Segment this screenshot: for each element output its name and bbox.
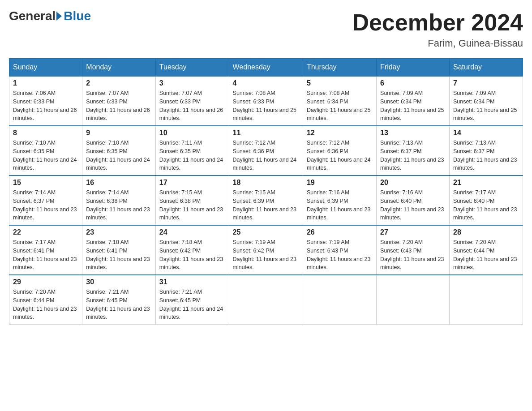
day-number: 17 [159, 179, 225, 187]
day-info: Sunrise: 7:09 AMSunset: 6:34 PMDaylight:… [380, 89, 446, 123]
calendar-cell: 25Sunrise: 7:19 AMSunset: 6:42 PMDayligh… [229, 225, 303, 275]
day-info: Sunrise: 7:08 AMSunset: 6:34 PMDaylight:… [307, 89, 373, 123]
day-info: Sunrise: 7:18 AMSunset: 6:42 PMDaylight:… [159, 238, 225, 272]
header-thursday: Thursday [303, 59, 376, 77]
header-saturday: Saturday [449, 59, 523, 77]
calendar-cell: 3Sunrise: 7:07 AMSunset: 6:33 PMDaylight… [155, 76, 229, 126]
header-wednesday: Wednesday [229, 59, 303, 77]
calendar-cell [303, 275, 376, 325]
header-row: SundayMondayTuesdayWednesdayThursdayFrid… [9, 59, 523, 77]
calendar-cell: 7Sunrise: 7:09 AMSunset: 6:34 PMDaylight… [449, 76, 523, 126]
day-number: 10 [159, 129, 225, 137]
day-info: Sunrise: 7:13 AMSunset: 6:37 PMDaylight:… [380, 139, 446, 172]
calendar-cell: 10Sunrise: 7:11 AMSunset: 6:35 PMDayligh… [155, 126, 229, 176]
day-number: 29 [13, 278, 78, 286]
calendar-cell [229, 275, 303, 325]
day-info: Sunrise: 7:16 AMSunset: 6:40 PMDaylight:… [380, 188, 446, 222]
day-info: Sunrise: 7:20 AMSunset: 6:44 PMDaylight:… [453, 238, 519, 272]
day-info: Sunrise: 7:07 AMSunset: 6:33 PMDaylight:… [86, 89, 151, 123]
day-info: Sunrise: 7:13 AMSunset: 6:37 PMDaylight:… [453, 139, 519, 172]
day-number: 13 [380, 129, 446, 137]
day-info: Sunrise: 7:15 AMSunset: 6:38 PMDaylight:… [159, 188, 225, 222]
day-number: 1 [13, 79, 78, 87]
calendar-cell: 22Sunrise: 7:17 AMSunset: 6:41 PMDayligh… [9, 225, 82, 275]
calendar-cell: 20Sunrise: 7:16 AMSunset: 6:40 PMDayligh… [377, 176, 450, 225]
day-number: 24 [159, 228, 225, 236]
day-info: Sunrise: 7:20 AMSunset: 6:44 PMDaylight:… [13, 288, 78, 321]
day-info: Sunrise: 7:12 AMSunset: 6:36 PMDaylight:… [233, 139, 299, 172]
day-number: 22 [13, 228, 78, 236]
day-info: Sunrise: 7:10 AMSunset: 6:35 PMDaylight:… [13, 139, 78, 172]
calendar-cell: 14Sunrise: 7:13 AMSunset: 6:37 PMDayligh… [449, 126, 523, 176]
calendar-cell: 17Sunrise: 7:15 AMSunset: 6:38 PMDayligh… [155, 176, 229, 225]
calendar-cell: 27Sunrise: 7:20 AMSunset: 6:43 PMDayligh… [377, 225, 450, 275]
day-number: 27 [380, 228, 446, 236]
day-info: Sunrise: 7:17 AMSunset: 6:40 PMDaylight:… [453, 188, 519, 222]
day-info: Sunrise: 7:08 AMSunset: 6:33 PMDaylight:… [233, 89, 299, 123]
week-row-5: 29Sunrise: 7:20 AMSunset: 6:44 PMDayligh… [9, 275, 523, 325]
week-row-3: 15Sunrise: 7:14 AMSunset: 6:37 PMDayligh… [9, 176, 523, 225]
logo-blue-text: Blue [64, 9, 91, 23]
title-section: December 2024 Farim, Guinea-Bissau [352, 9, 523, 49]
day-number: 28 [453, 228, 519, 236]
week-row-2: 8Sunrise: 7:10 AMSunset: 6:35 PMDaylight… [9, 126, 523, 176]
calendar-cell: 29Sunrise: 7:20 AMSunset: 6:44 PMDayligh… [9, 275, 82, 325]
day-number: 23 [86, 228, 151, 236]
day-info: Sunrise: 7:10 AMSunset: 6:35 PMDaylight:… [86, 139, 151, 172]
day-number: 8 [13, 129, 78, 137]
day-number: 18 [233, 179, 299, 187]
logo-general-text: General [9, 9, 56, 23]
day-info: Sunrise: 7:21 AMSunset: 6:45 PMDaylight:… [159, 288, 225, 321]
week-row-1: 1Sunrise: 7:06 AMSunset: 6:33 PMDaylight… [9, 76, 523, 126]
day-number: 30 [86, 278, 151, 286]
calendar-title: December 2024 [352, 9, 523, 36]
day-number: 20 [380, 179, 446, 187]
day-number: 3 [159, 79, 225, 87]
day-number: 19 [307, 179, 373, 187]
day-info: Sunrise: 7:07 AMSunset: 6:33 PMDaylight:… [159, 89, 225, 123]
calendar-cell: 8Sunrise: 7:10 AMSunset: 6:35 PMDaylight… [9, 126, 82, 176]
day-info: Sunrise: 7:16 AMSunset: 6:39 PMDaylight:… [307, 188, 373, 222]
day-number: 31 [159, 278, 225, 286]
calendar-table: SundayMondayTuesdayWednesdayThursdayFrid… [9, 58, 523, 325]
day-info: Sunrise: 7:21 AMSunset: 6:45 PMDaylight:… [86, 288, 151, 321]
day-number: 11 [233, 129, 299, 137]
day-number: 14 [453, 129, 519, 137]
logo-arrow-icon [56, 12, 62, 21]
day-number: 16 [86, 179, 151, 187]
day-number: 6 [380, 79, 446, 87]
day-number: 15 [13, 179, 78, 187]
calendar-cell: 26Sunrise: 7:19 AMSunset: 6:43 PMDayligh… [303, 225, 376, 275]
calendar-cell: 4Sunrise: 7:08 AMSunset: 6:33 PMDaylight… [229, 76, 303, 126]
day-info: Sunrise: 7:12 AMSunset: 6:36 PMDaylight:… [307, 139, 373, 172]
day-info: Sunrise: 7:17 AMSunset: 6:41 PMDaylight:… [13, 238, 78, 272]
day-number: 26 [307, 228, 373, 236]
calendar-cell: 18Sunrise: 7:15 AMSunset: 6:39 PMDayligh… [229, 176, 303, 225]
calendar-cell: 24Sunrise: 7:18 AMSunset: 6:42 PMDayligh… [155, 225, 229, 275]
header-tuesday: Tuesday [155, 59, 229, 77]
day-number: 12 [307, 129, 373, 137]
day-number: 5 [307, 79, 373, 87]
day-info: Sunrise: 7:11 AMSunset: 6:35 PMDaylight:… [159, 139, 225, 172]
day-number: 7 [453, 79, 519, 87]
calendar-cell: 13Sunrise: 7:13 AMSunset: 6:37 PMDayligh… [377, 126, 450, 176]
calendar-cell: 2Sunrise: 7:07 AMSunset: 6:33 PMDaylight… [82, 76, 155, 126]
calendar-cell: 31Sunrise: 7:21 AMSunset: 6:45 PMDayligh… [155, 275, 229, 325]
calendar-cell: 28Sunrise: 7:20 AMSunset: 6:44 PMDayligh… [449, 225, 523, 275]
day-info: Sunrise: 7:20 AMSunset: 6:43 PMDaylight:… [380, 238, 446, 272]
calendar-cell: 30Sunrise: 7:21 AMSunset: 6:45 PMDayligh… [82, 275, 155, 325]
day-number: 2 [86, 79, 151, 87]
header-sunday: Sunday [9, 59, 82, 77]
calendar-cell: 12Sunrise: 7:12 AMSunset: 6:36 PMDayligh… [303, 126, 376, 176]
header-friday: Friday [377, 59, 450, 77]
calendar-cell: 11Sunrise: 7:12 AMSunset: 6:36 PMDayligh… [229, 126, 303, 176]
day-number: 25 [233, 228, 299, 236]
day-info: Sunrise: 7:14 AMSunset: 6:38 PMDaylight:… [86, 188, 151, 222]
week-row-4: 22Sunrise: 7:17 AMSunset: 6:41 PMDayligh… [9, 225, 523, 275]
page-header: General Blue December 2024 Farim, Guinea… [9, 9, 523, 49]
logo: General Blue [9, 9, 91, 23]
calendar-cell: 5Sunrise: 7:08 AMSunset: 6:34 PMDaylight… [303, 76, 376, 126]
calendar-cell [377, 275, 450, 325]
day-info: Sunrise: 7:14 AMSunset: 6:37 PMDaylight:… [13, 188, 78, 222]
day-info: Sunrise: 7:09 AMSunset: 6:34 PMDaylight:… [453, 89, 519, 123]
